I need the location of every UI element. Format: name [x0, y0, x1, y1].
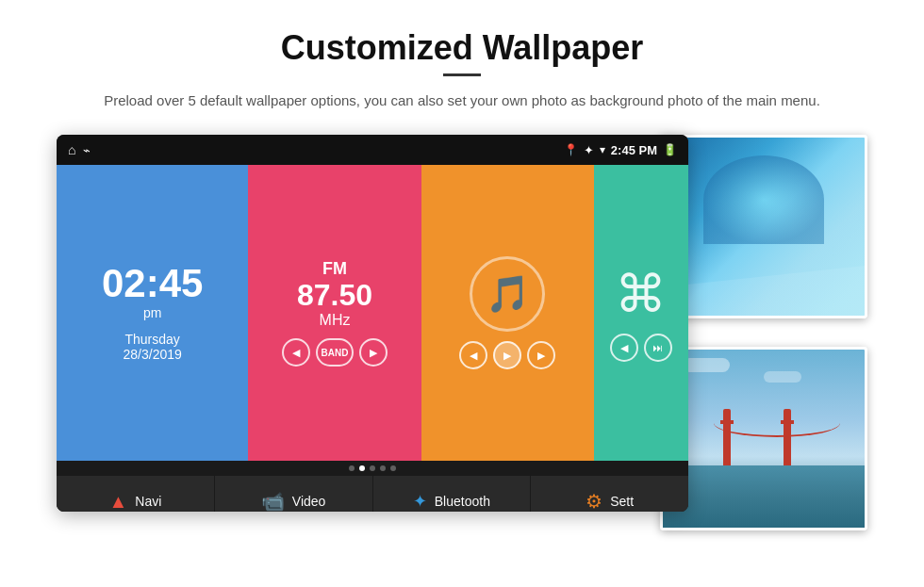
dot-4	[380, 465, 386, 471]
radio-label: FM	[322, 259, 347, 279]
video-icon: 📹	[261, 490, 285, 512]
radio-controls: ◀ BAND ▶	[282, 338, 388, 367]
status-left-icons: ⌂ ⌁	[68, 142, 91, 157]
dot-3	[370, 465, 375, 471]
radio-prev-button[interactable]: ◀	[282, 338, 310, 367]
usb-icon: ⌁	[83, 143, 91, 157]
title-divider	[443, 73, 481, 76]
radio-band-button[interactable]: BAND	[316, 338, 354, 367]
clock-ampm: pm	[143, 305, 161, 320]
ice-cave-image	[663, 138, 865, 316]
bluetooth-tile: ⌘ ◀ ⏭	[594, 165, 688, 461]
nav-bt-label: Bluetooth	[435, 494, 490, 509]
music-controls: ◀ ▶ ▶	[459, 341, 555, 369]
nav-item-navi[interactable]: ▲ Navi	[57, 476, 215, 512]
device-showcase: ⌂ ⌁ 📍 ✦ ▾ 2:45 PM 🔋 02:45 pm Thursday 28…	[57, 135, 867, 530]
radio-next-button[interactable]: ▶	[359, 338, 388, 367]
bottom-nav: ▲ Navi 📹 Video ✦ Bluetooth ⚙ Sett	[57, 476, 688, 512]
music-tile: 🎵 ◀ ▶ ▶	[421, 165, 594, 461]
dot-1	[349, 465, 355, 471]
dot-5	[390, 465, 396, 471]
wallpaper-photo-ice	[660, 135, 867, 318]
water-reflection	[663, 465, 865, 528]
bt-skip-button[interactable]: ⏭	[644, 334, 672, 362]
clock-date: 28/3/2019	[124, 347, 182, 362]
nav-item-video[interactable]: 📹 Video	[215, 476, 373, 512]
navi-icon: ▲	[108, 491, 127, 513]
bt-controls: ◀ ⏭	[610, 334, 672, 362]
golden-gate-image	[663, 350, 865, 528]
music-next-button[interactable]: ▶	[527, 341, 555, 369]
radio-unit: MHz	[320, 312, 351, 329]
music-note-icon: 🎵	[486, 273, 530, 315]
location-icon: 📍	[564, 143, 578, 156]
wifi-icon: ▾	[600, 143, 605, 156]
clock-time: 02:45	[102, 264, 203, 303]
status-right-icons: 📍 ✦ ▾ 2:45 PM 🔋	[564, 143, 677, 157]
app-tiles: 02:45 pm Thursday 28/3/2019 FM 87.50 MHz…	[57, 165, 688, 461]
dot-2	[359, 465, 365, 471]
clock-day: Thursday	[124, 332, 179, 347]
nav-item-settings[interactable]: ⚙ Sett	[531, 476, 688, 512]
page-title: Customized Wallpaper	[281, 28, 644, 68]
nav-video-label: Video	[292, 494, 326, 509]
music-play-button[interactable]: ▶	[493, 341, 521, 369]
music-icon: 🎵	[470, 256, 545, 332]
bt-prev-button[interactable]: ◀	[610, 334, 638, 362]
main-device: ⌂ ⌁ 📍 ✦ ▾ 2:45 PM 🔋 02:45 pm Thursday 28…	[57, 135, 688, 512]
music-prev-button[interactable]: ◀	[459, 341, 487, 369]
radio-tile: FM 87.50 MHz ◀ BAND ▶	[248, 165, 421, 461]
status-time: 2:45 PM	[611, 143, 657, 157]
page-dots	[57, 461, 688, 476]
radio-frequency: 87.50	[297, 279, 372, 312]
page-subtitle: Preload over 5 default wallpaper options…	[104, 90, 820, 112]
settings-icon: ⚙	[586, 490, 602, 512]
bluetooth-status-icon: ✦	[584, 143, 594, 157]
wallpaper-photo-bridge	[660, 347, 867, 530]
home-icon: ⌂	[68, 142, 75, 157]
status-bar: ⌂ ⌁ 📍 ✦ ▾ 2:45 PM 🔋	[57, 135, 688, 165]
clock-tile: 02:45 pm Thursday 28/3/2019	[57, 165, 248, 461]
nav-settings-label: Sett	[610, 494, 634, 509]
bluetooth-tile-icon: ⌘	[615, 264, 667, 324]
battery-icon: 🔋	[663, 143, 677, 156]
nav-navi-label: Navi	[135, 494, 161, 509]
nav-item-bluetooth[interactable]: ✦ Bluetooth	[373, 476, 532, 512]
bt-nav-icon: ✦	[413, 491, 427, 512]
